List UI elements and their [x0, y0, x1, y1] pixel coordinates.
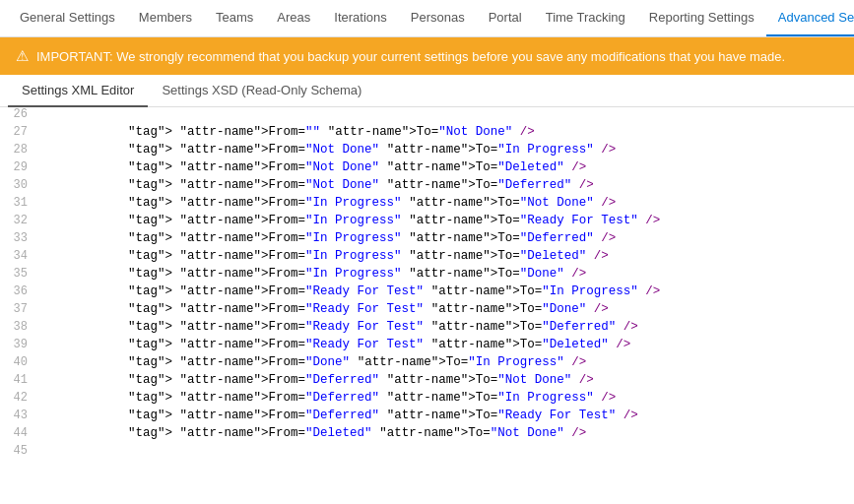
- line-content: "tag"> "attr-name">From="Not Done" "attr…: [39, 160, 850, 174]
- line-content: "tag"> "attr-name">From="Ready For Test"…: [39, 284, 850, 298]
- line-number: 43: [4, 409, 39, 422]
- line-number: 29: [4, 160, 39, 174]
- line-content: [39, 107, 850, 121]
- line-content: "tag"> "attr-name">From="Not Done" "attr…: [39, 143, 850, 157]
- line-content: "tag"> "attr-name">From="Not Done" "attr…: [39, 178, 850, 192]
- line-number: 27: [4, 125, 39, 139]
- table-row: 31 "tag"> "attr-name">From="In Progress"…: [0, 196, 854, 214]
- table-row: 29 "tag"> "attr-name">From="Not Done" "a…: [0, 160, 854, 178]
- nav-general-settings[interactable]: General Settings: [8, 0, 127, 36]
- line-content: "tag"> "attr-name">From="In Progress" "a…: [39, 267, 850, 281]
- line-content: "tag"> "attr-name">From="" "attr-name">T…: [39, 125, 850, 139]
- tab-settings-xml-editor[interactable]: Settings XML Editor: [8, 75, 148, 107]
- nav-time-tracking[interactable]: Time Tracking: [534, 0, 637, 36]
- table-row: 34 "tag"> "attr-name">From="In Progress"…: [0, 249, 854, 267]
- nav-iterations[interactable]: Iterations: [322, 0, 398, 36]
- nav-bar: General Settings Members Teams Areas Ite…: [0, 0, 854, 37]
- table-row: 42 "tag"> "attr-name">From="Deferred" "a…: [0, 391, 854, 409]
- line-number: 39: [4, 338, 39, 351]
- table-row: 38 "tag"> "attr-name">From="Ready For Te…: [0, 320, 854, 338]
- line-number: 41: [4, 373, 39, 387]
- line-number: 40: [4, 355, 39, 369]
- line-number: 31: [4, 196, 39, 210]
- nav-advanced-settings[interactable]: Advanced Settings: [766, 0, 854, 36]
- line-content: "tag"> "attr-name">From="Deferred" "attr…: [39, 373, 850, 387]
- line-number: 37: [4, 302, 39, 316]
- table-row: 44 "tag"> "attr-name">From="Deleted" "at…: [0, 426, 854, 444]
- table-row: 28 "tag"> "attr-name">From="Not Done" "a…: [0, 143, 854, 160]
- nav-reporting-settings[interactable]: Reporting Settings: [637, 0, 766, 36]
- nav-members[interactable]: Members: [127, 0, 204, 36]
- table-row: 45: [0, 444, 854, 462]
- table-row: 27 "tag"> "attr-name">From="" "attr-name…: [0, 125, 854, 143]
- line-number: 32: [4, 214, 39, 227]
- xml-editor[interactable]: 26 27 "tag"> "attr-name">From="" "attr-n…: [0, 107, 854, 504]
- table-row: 36 "tag"> "attr-name">From="Ready For Te…: [0, 284, 854, 302]
- line-content: "tag"> "attr-name">From="Ready For Test"…: [39, 320, 850, 334]
- line-content: [39, 444, 850, 458]
- table-row: 41 "tag"> "attr-name">From="Deferred" "a…: [0, 373, 854, 391]
- line-number: 45: [4, 444, 39, 458]
- line-content: "tag"> "attr-name">From="Deleted" "attr-…: [39, 426, 850, 440]
- line-content: "tag"> "attr-name">From="In Progress" "a…: [39, 231, 850, 245]
- line-number: 34: [4, 249, 39, 263]
- table-row: 32 "tag"> "attr-name">From="In Progress"…: [0, 214, 854, 231]
- table-row: 26: [0, 107, 854, 125]
- tabs-bar: Settings XML Editor Settings XSD (Read-O…: [0, 75, 854, 107]
- table-row: 37 "tag"> "attr-name">From="Ready For Te…: [0, 302, 854, 320]
- line-content: "tag"> "attr-name">From="Ready For Test"…: [39, 338, 850, 351]
- table-row: 35 "tag"> "attr-name">From="In Progress"…: [0, 267, 854, 284]
- line-number: 36: [4, 284, 39, 298]
- line-number: 38: [4, 320, 39, 334]
- nav-personas[interactable]: Personas: [399, 0, 477, 36]
- line-content: "tag"> "attr-name">From="Deferred" "attr…: [39, 391, 850, 405]
- table-row: 40 "tag"> "attr-name">From="Done" "attr-…: [0, 355, 854, 373]
- line-number: 28: [4, 143, 39, 157]
- tab-settings-xsd[interactable]: Settings XSD (Read-Only Schema): [148, 75, 375, 107]
- line-number: 26: [4, 107, 39, 121]
- table-row: 43 "tag"> "attr-name">From="Deferred" "a…: [0, 409, 854, 426]
- warning-text: IMPORTANT: We strongly recommend that yo…: [36, 49, 785, 64]
- line-number: 44: [4, 426, 39, 440]
- line-content: "tag"> "attr-name">From="In Progress" "a…: [39, 249, 850, 263]
- line-content: "tag"> "attr-name">From="Deferred" "attr…: [39, 409, 850, 422]
- line-number: 33: [4, 231, 39, 245]
- nav-teams[interactable]: Teams: [204, 0, 265, 36]
- table-row: 30 "tag"> "attr-name">From="Not Done" "a…: [0, 178, 854, 196]
- line-number: 30: [4, 178, 39, 192]
- line-content: "tag"> "attr-name">From="Ready For Test"…: [39, 302, 850, 316]
- warning-icon: ⚠: [16, 47, 29, 65]
- table-row: 33 "tag"> "attr-name">From="In Progress"…: [0, 231, 854, 249]
- line-content: "tag"> "attr-name">From="In Progress" "a…: [39, 196, 850, 210]
- warning-banner: ⚠ IMPORTANT: We strongly recommend that …: [0, 37, 854, 75]
- line-content: "tag"> "attr-name">From="In Progress" "a…: [39, 214, 850, 227]
- nav-areas[interactable]: Areas: [265, 0, 322, 36]
- line-content: "tag"> "attr-name">From="Done" "attr-nam…: [39, 355, 850, 369]
- nav-portal[interactable]: Portal: [477, 0, 534, 36]
- line-number: 35: [4, 267, 39, 281]
- line-number: 42: [4, 391, 39, 405]
- table-row: 39 "tag"> "attr-name">From="Ready For Te…: [0, 338, 854, 355]
